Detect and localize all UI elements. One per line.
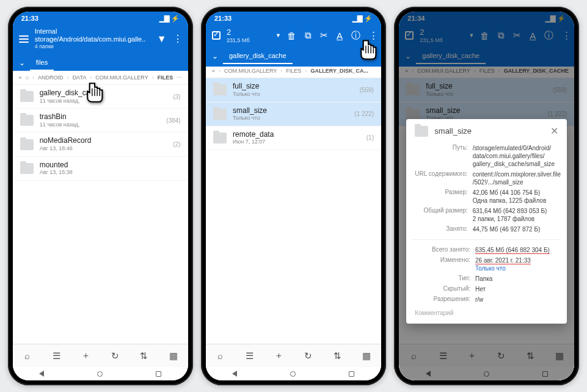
breadcrumb-more[interactable]: ⋯ <box>177 74 183 81</box>
list-item[interactable]: noMediaRecordАвг 13, 18:46 (2) <box>13 132 188 156</box>
delete-icon[interactable]: 🗑 <box>287 31 296 41</box>
dialog-title: small_size <box>434 126 544 136</box>
folder-icon <box>415 126 428 137</box>
back-button[interactable] <box>39 371 44 377</box>
rename-icon[interactable]: A <box>530 31 536 41</box>
hamburger-icon[interactable] <box>19 35 29 43</box>
home-button[interactable] <box>290 371 296 377</box>
add-icon[interactable]: ＋ <box>80 350 91 361</box>
android-navbar <box>206 367 381 380</box>
refresh-icon[interactable]: ↻ <box>302 350 313 361</box>
cut-icon[interactable]: ✂ <box>513 30 521 41</box>
folder-icon <box>20 115 34 126</box>
recents-button[interactable] <box>349 371 354 377</box>
info-icon[interactable]: ⓘ <box>544 30 553 42</box>
status-icons: ▁▇ ⚡ <box>159 15 180 23</box>
tab-files[interactable]: files <box>30 55 54 71</box>
selection-size: 231,5 Мб <box>227 37 269 44</box>
folder-icon <box>20 139 34 150</box>
copy-icon[interactable]: ⧉ <box>498 30 505 41</box>
list-item[interactable]: small_sizeТолько что (1 222) <box>206 103 381 126</box>
list-item[interactable]: remote_dataИюн 7, 12:07 (1) <box>206 126 381 150</box>
home-button[interactable] <box>97 371 103 377</box>
comment-field[interactable]: Комментарий <box>415 310 558 316</box>
dropdown-icon[interactable]: ▼ <box>157 34 167 45</box>
list-item[interactable]: full_sizeТолько что (559) <box>206 78 381 102</box>
folder-icon <box>213 109 227 120</box>
refresh-icon[interactable]: ↻ <box>109 350 120 361</box>
view-icon[interactable]: ☰ <box>51 350 62 361</box>
dropdown-icon[interactable]: ▼ <box>275 32 281 38</box>
toolbar: ⌕ ☰ ＋ ↻ ⇅ ▦ <box>206 344 381 367</box>
info-icon[interactable]: ⓘ <box>351 30 360 42</box>
folder-icon <box>213 132 227 143</box>
select-all-checkbox[interactable] <box>405 31 414 40</box>
view-icon[interactable]: ☰ <box>244 350 255 361</box>
chevron-down-icon[interactable]: ⌄ <box>19 59 25 67</box>
rename-icon[interactable]: A <box>337 31 343 41</box>
folder-icon <box>213 84 227 95</box>
delete-icon[interactable]: 🗑 <box>480 31 489 41</box>
phone-screenshot-3: 21:34 ▁▇ ⚡ 2 231,5 Мб ▼ 🗑 ⧉ ✂ A ⓘ ⋮ ⌄ ga… <box>394 7 579 385</box>
overflow-icon[interactable]: ⋮ <box>562 30 571 41</box>
status-icons: ▁▇ ⚡ <box>352 15 373 23</box>
list-item[interactable]: mountedАвг 13, 15:38 <box>13 157 188 181</box>
list-item[interactable]: trashBin11 часов назад, (384) <box>13 109 188 132</box>
tab-folder[interactable]: gallery_disk_cache <box>223 48 293 64</box>
select-all-checkbox[interactable] <box>212 31 221 40</box>
path-text[interactable]: Internal storage/Android/data/com.miui.g… <box>35 27 151 43</box>
properties-dialog: small_size ✕ Путь:/storage/emulated/0/An… <box>406 119 567 324</box>
file-list: full_sizeТолько что (559) small_sizeТоль… <box>206 78 381 344</box>
add-icon[interactable]: ＋ <box>274 350 285 361</box>
overflow-icon[interactable]: ⋮ <box>173 33 182 45</box>
back-button[interactable] <box>232 371 237 377</box>
status-bar: 21:33 ▁▇ ⚡ <box>13 12 188 25</box>
folder-icon <box>20 163 34 174</box>
file-list: gallery_disk_cache11 часов назад, (3) tr… <box>13 85 188 344</box>
sort-icon[interactable]: ⇅ <box>139 350 150 361</box>
sort-icon[interactable]: ⇅ <box>332 350 343 361</box>
clock: 21:34 <box>407 15 425 22</box>
overflow-icon[interactable]: ⋮ <box>369 30 377 41</box>
phone-screenshot-2: 21:33 ▁▇ ⚡ 2 231,5 Мб ▼ 🗑 ⧉ ✂ A ⓘ ⋮ ⌄ ga… <box>201 7 386 385</box>
folder-count: 4 папки <box>35 43 151 50</box>
grid-icon[interactable]: ▦ <box>361 350 372 361</box>
recents-button[interactable] <box>156 371 161 377</box>
selection-count: 2 <box>227 27 269 37</box>
chevron-down-icon[interactable]: ⌄ <box>212 52 218 60</box>
cut-icon[interactable]: ✂ <box>320 30 328 41</box>
close-icon[interactable]: ✕ <box>550 125 558 137</box>
clock: 21:33 <box>214 15 232 22</box>
android-navbar <box>13 367 188 380</box>
search-icon[interactable]: ⌕ <box>22 350 33 361</box>
list-item[interactable]: gallery_disk_cache11 часов назад, (3) <box>13 85 188 109</box>
phone-screenshot-1: 21:33 ▁▇ ⚡ Internal storage/Android/data… <box>8 7 193 385</box>
toolbar: ⌕ ☰ ＋ ↻ ⇅ ▦ <box>13 344 188 367</box>
grid-icon[interactable]: ▦ <box>168 350 179 361</box>
breadcrumb[interactable]: « ⌂› ANDROID› DATA› COM.MIUI.GALLERY› FI… <box>13 71 188 85</box>
copy-icon[interactable]: ⧉ <box>305 30 312 41</box>
search-icon[interactable]: ⌕ <box>215 350 226 361</box>
folder-icon <box>20 91 34 102</box>
status-icons: ▁▇ ⚡ <box>545 15 566 23</box>
clock: 21:33 <box>21 15 38 22</box>
